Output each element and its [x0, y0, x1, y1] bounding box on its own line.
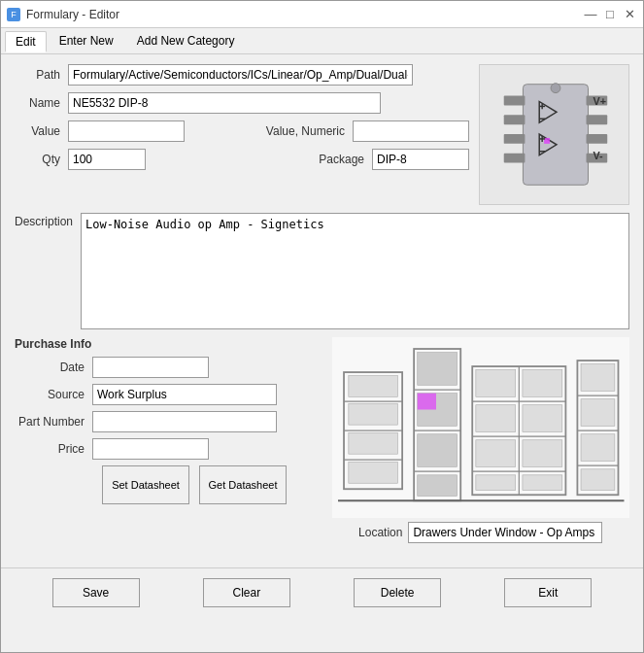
- delete-button[interactable]: Delete: [354, 578, 441, 607]
- part-number-row: Part Number: [15, 411, 313, 432]
- name-label: Name: [15, 96, 68, 110]
- date-input[interactable]: [92, 357, 209, 378]
- path-input[interactable]: [68, 64, 413, 86]
- title-bar: F Formulary - Editor — □ ✕: [1, 1, 643, 28]
- svg-rect-1: [523, 85, 588, 186]
- name-input[interactable]: [68, 92, 381, 114]
- svg-text:V+: V+: [593, 95, 606, 107]
- date-row: Date: [15, 357, 313, 378]
- part-number-input[interactable]: [92, 411, 277, 432]
- source-row: Source: [15, 384, 313, 405]
- qty-row: Qty Package: [15, 149, 469, 170]
- svg-rect-35: [417, 353, 457, 386]
- location-sketch-area: Location: [332, 337, 630, 543]
- svg-rect-58: [581, 399, 615, 427]
- main-content: Path Name Value Value, Numeric: [1, 54, 643, 563]
- svg-rect-37: [417, 434, 457, 467]
- app-icon: F: [7, 8, 20, 21]
- svg-point-2: [551, 84, 560, 93]
- svg-rect-47: [475, 405, 515, 432]
- svg-rect-45: [475, 370, 515, 397]
- part-number-label: Part Number: [15, 415, 92, 429]
- svg-rect-8: [587, 115, 608, 124]
- qty-label: Qty: [15, 153, 68, 166]
- svg-rect-60: [581, 469, 615, 491]
- value-numeric-input[interactable]: [353, 120, 469, 142]
- maximize-button[interactable]: □: [602, 7, 618, 22]
- top-section: Path Name Value Value, Numeric: [15, 64, 629, 205]
- price-label: Price: [15, 442, 92, 456]
- value-left: Value: [15, 120, 185, 142]
- date-label: Date: [15, 361, 92, 374]
- svg-rect-38: [417, 475, 457, 497]
- purchase-section: Purchase Info Date Source Part Number Pr…: [15, 337, 629, 543]
- source-input[interactable]: [92, 384, 277, 405]
- datasheet-buttons: Set Datasheet Get Datasheet: [15, 465, 313, 504]
- svg-rect-52: [522, 475, 561, 491]
- svg-rect-49: [475, 440, 515, 467]
- svg-rect-29: [348, 433, 396, 455]
- qty-left: Qty: [15, 149, 146, 170]
- description-textarea[interactable]: Low-Noise Audio op Amp - Signetics: [81, 213, 629, 329]
- close-button[interactable]: ✕: [622, 7, 637, 22]
- tab-add-new-category[interactable]: Add New Category: [126, 30, 246, 52]
- location-sketch: [332, 337, 630, 518]
- path-row: Path: [15, 64, 469, 86]
- menu-bar: Edit Enter New Add New Category: [1, 28, 643, 54]
- value-numeric-label: Value, Numeric: [255, 124, 353, 138]
- svg-rect-57: [581, 364, 615, 392]
- value-row: Value Value, Numeric: [15, 120, 469, 142]
- svg-rect-30: [348, 463, 396, 484]
- svg-text:V-: V-: [593, 150, 603, 161]
- svg-rect-46: [522, 370, 561, 397]
- bottom-buttons: Save Clear Delete Exit: [1, 567, 643, 617]
- svg-rect-48: [522, 405, 561, 432]
- value-label: Value: [15, 124, 68, 138]
- svg-rect-9: [587, 134, 608, 144]
- value-input[interactable]: [68, 120, 185, 142]
- svg-rect-39: [417, 394, 435, 410]
- price-input[interactable]: [92, 438, 209, 460]
- svg-rect-4: [504, 115, 525, 124]
- description-row: Description Low-Noise Audio op Amp - Sig…: [15, 213, 629, 329]
- save-button[interactable]: Save: [52, 578, 140, 607]
- location-label: Location: [358, 526, 402, 539]
- form-fields: Path Name Value Value, Numeric: [15, 64, 469, 205]
- svg-rect-59: [581, 434, 615, 462]
- location-input[interactable]: [408, 522, 602, 543]
- value-right: Value, Numeric: [255, 120, 469, 142]
- tab-enter-new[interactable]: Enter New: [49, 30, 124, 52]
- svg-rect-51: [475, 475, 515, 491]
- package-input[interactable]: [372, 149, 469, 170]
- svg-rect-27: [348, 376, 396, 397]
- location-row: Location: [358, 522, 602, 543]
- get-datasheet-button[interactable]: Get Datasheet: [199, 465, 287, 504]
- svg-rect-28: [348, 404, 396, 426]
- name-row: Name: [15, 92, 469, 114]
- title-controls: — □ ✕: [583, 7, 637, 22]
- title-bar-left: F Formulary - Editor: [7, 8, 119, 21]
- description-label: Description: [15, 213, 81, 228]
- qty-input[interactable]: [68, 149, 146, 170]
- minimize-button[interactable]: —: [583, 7, 598, 22]
- clear-button[interactable]: Clear: [203, 578, 290, 607]
- component-image: V+ V-: [479, 64, 629, 205]
- source-label: Source: [15, 388, 92, 401]
- ic-diagram: V+ V-: [480, 65, 628, 204]
- set-datasheet-button[interactable]: Set Datasheet: [102, 465, 189, 504]
- package-right: Package: [275, 149, 469, 170]
- purchase-title: Purchase Info: [15, 337, 313, 351]
- path-label: Path: [15, 68, 68, 82]
- main-window: F Formulary - Editor — □ ✕ Edit Enter Ne…: [0, 0, 644, 653]
- svg-rect-5: [504, 134, 525, 144]
- svg-rect-3: [504, 96, 525, 106]
- window-title: Formulary - Editor: [26, 8, 119, 21]
- price-row: Price: [15, 438, 313, 460]
- exit-button[interactable]: Exit: [504, 578, 592, 607]
- svg-rect-6: [504, 154, 525, 163]
- package-label: Package: [275, 153, 372, 166]
- tab-edit[interactable]: Edit: [5, 31, 47, 52]
- svg-rect-50: [522, 440, 561, 467]
- purchase-info: Purchase Info Date Source Part Number Pr…: [15, 337, 313, 543]
